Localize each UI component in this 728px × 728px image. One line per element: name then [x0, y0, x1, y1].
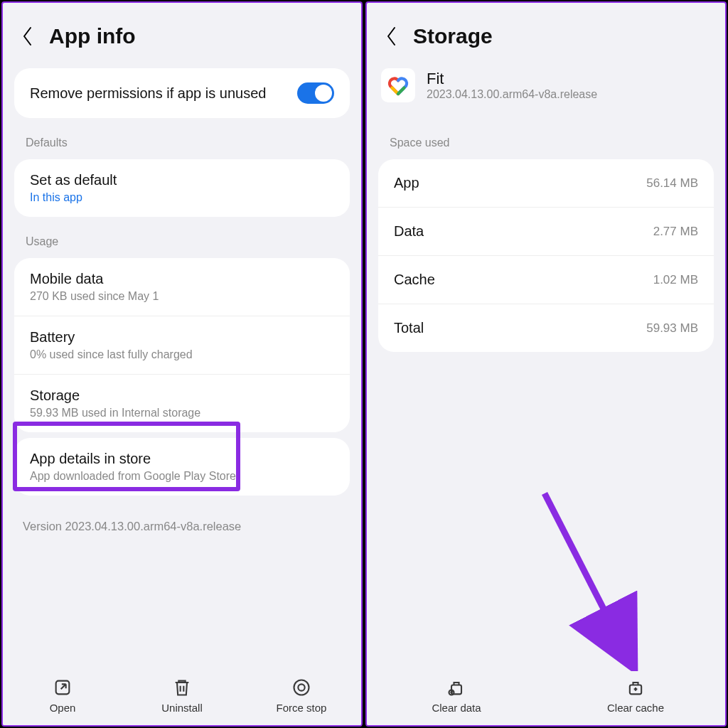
app-details-row[interactable]: App details in store App downloaded from… [14, 438, 350, 496]
svg-point-1 [294, 680, 309, 695]
defaults-card: Set as default In this app [14, 159, 350, 217]
remove-permissions-row[interactable]: Remove permissions if app is unused [14, 68, 350, 118]
usage-card: Mobile data 270 KB used since May 1 Batt… [14, 258, 350, 432]
open-label: Open [50, 702, 76, 714]
back-button[interactable] [17, 26, 38, 47]
space-app-value: 56.14 MB [646, 176, 698, 191]
space-data-row: Data 2.77 MB [378, 207, 714, 255]
space-used-card: App 56.14 MB Data 2.77 MB Cache 1.02 MB … [378, 159, 714, 352]
section-defaults-label: Defaults [3, 124, 361, 154]
space-data-value: 2.77 MB [653, 225, 698, 239]
clear-data-button[interactable]: Clear data [367, 678, 546, 714]
header: Storage [367, 3, 725, 63]
space-app-label: App [394, 175, 419, 191]
clear-cache-icon [626, 678, 646, 697]
version-text: Version 2023.04.13.00.arm64-v8a.release [3, 501, 361, 552]
page-title: Storage [413, 24, 493, 48]
force-stop-button[interactable]: Force stop [242, 678, 361, 714]
storage-row[interactable]: Storage 59.93 MB used in Internal storag… [14, 374, 350, 432]
remove-permissions-label: Remove permissions if app is unused [30, 84, 266, 102]
storage-title: Storage [30, 387, 334, 404]
bottom-bar: Clear data Clear cache [367, 670, 725, 725]
svg-point-2 [298, 684, 304, 690]
clear-cache-button[interactable]: Clear cache [546, 678, 725, 714]
app-identity: Fit 2023.04.13.00.arm64-v8a.release [367, 63, 725, 124]
chevron-left-icon [22, 26, 33, 46]
set-as-default-row[interactable]: Set as default In this app [14, 159, 350, 217]
uninstall-label: Uninstall [161, 702, 203, 714]
space-total-label: Total [394, 320, 424, 336]
app-details-title: App details in store [30, 451, 334, 467]
force-stop-label: Force stop [277, 702, 327, 714]
google-fit-icon [386, 73, 410, 97]
clear-data-label: Clear data [432, 702, 481, 714]
header: App info [3, 3, 361, 63]
force-stop-icon [291, 678, 311, 697]
space-cache-label: Cache [394, 272, 435, 288]
storage-screen: Storage Fit 2023.04.13.00.arm64-v8a.rele… [365, 1, 727, 727]
storage-sub: 59.93 MB used in Internal storage [30, 407, 334, 419]
space-data-label: Data [394, 223, 424, 240]
app-name: Fit [427, 70, 597, 88]
space-cache-row: Cache 1.02 MB [378, 255, 714, 304]
mobile-data-title: Mobile data [30, 271, 334, 287]
app-version: 2023.04.13.00.arm64-v8a.release [427, 88, 597, 101]
set-as-default-sub: In this app [30, 191, 334, 204]
uninstall-button[interactable]: Uninstall [122, 678, 242, 714]
open-button[interactable]: Open [3, 678, 122, 714]
space-app-row: App 56.14 MB [378, 159, 714, 207]
remove-permissions-card: Remove permissions if app is unused [14, 68, 350, 118]
chevron-left-icon [386, 26, 397, 46]
set-as-default-title: Set as default [30, 172, 334, 188]
space-total-row: Total 59.93 MB [378, 304, 714, 352]
svg-rect-4 [451, 685, 461, 695]
battery-sub: 0% used since last fully charged [30, 348, 334, 361]
space-total-value: 59.93 MB [646, 321, 698, 336]
open-icon [53, 678, 73, 697]
battery-row[interactable]: Battery 0% used since last fully charged [14, 316, 350, 374]
app-icon [381, 68, 415, 102]
app-details-card: App details in store App downloaded from… [14, 438, 350, 496]
bottom-bar: Open Uninstall Force stop [3, 670, 361, 725]
arrow-annotation [534, 486, 648, 671]
clear-data-icon [446, 678, 466, 697]
svg-line-3 [545, 493, 626, 653]
section-usage-label: Usage [3, 223, 361, 252]
back-button[interactable] [381, 26, 402, 47]
space-cache-value: 1.02 MB [653, 273, 698, 287]
page-title: App info [49, 24, 136, 48]
mobile-data-row[interactable]: Mobile data 270 KB used since May 1 [14, 258, 350, 316]
app-details-sub: App downloaded from Google Play Store [30, 470, 334, 483]
app-info-screen: App info Remove permissions if app is un… [1, 1, 363, 727]
remove-permissions-toggle[interactable] [297, 82, 334, 104]
clear-cache-label: Clear cache [607, 702, 664, 714]
mobile-data-sub: 270 KB used since May 1 [30, 290, 334, 303]
section-space-used-label: Space used [367, 124, 725, 154]
battery-title: Battery [30, 329, 334, 346]
trash-icon [172, 678, 192, 697]
